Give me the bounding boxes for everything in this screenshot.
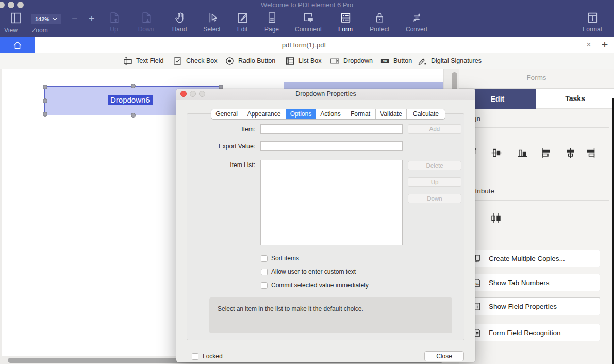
export-value-label: Export Value: <box>176 143 255 150</box>
radio-button-label: Radio Button <box>238 57 275 64</box>
tab-options[interactable]: Options <box>286 109 316 119</box>
format-panel-button[interactable]: Format <box>576 11 609 33</box>
select-tool-button[interactable]: Select <box>195 11 228 33</box>
locked-label: Locked <box>203 353 223 360</box>
edit-mode-button[interactable]: Edit <box>226 11 259 33</box>
custom-text-label: Allow user to enter custom text <box>271 268 356 275</box>
zoom-out-button[interactable]: − <box>72 13 78 25</box>
tab-close-icon[interactable]: × <box>584 37 593 53</box>
check-box-tool[interactable]: Check Box <box>173 53 217 69</box>
create-multiple-copies-button[interactable]: Create Multiple Copies... <box>467 250 600 267</box>
zoom-level-select[interactable]: 142% <box>31 14 61 24</box>
convert-mode-button[interactable]: Convert <box>400 11 433 33</box>
align-vertical-center-button[interactable] <box>490 147 503 159</box>
locked-checkbox[interactable] <box>192 353 198 360</box>
convert-arrows-icon <box>410 11 423 25</box>
page-up-button[interactable]: Up <box>97 11 130 33</box>
up-button[interactable]: Up <box>408 177 461 187</box>
resize-handle-w[interactable] <box>43 98 47 103</box>
lock-icon <box>373 11 386 25</box>
form-grid-icon <box>339 11 352 25</box>
form-field-recognition-button[interactable]: Form Field Recognition <box>467 324 600 341</box>
new-tab-button[interactable]: + <box>599 37 611 53</box>
locked-checkbox-row: Locked <box>192 353 223 360</box>
text-field-icon <box>123 56 132 66</box>
page-down-label: Down <box>138 26 154 33</box>
distribute-horizontal-button[interactable] <box>490 212 502 224</box>
protect-mode-button[interactable]: Protect <box>363 11 396 33</box>
text-field-tool[interactable]: Text Field <box>123 53 164 69</box>
show-field-properties-label: Show Field Properties <box>489 303 557 310</box>
show-tab-numbers-button[interactable]: No Show Tab Numbers <box>467 274 600 291</box>
export-value-input[interactable] <box>260 141 403 151</box>
check-box-label: Check Box <box>186 57 217 64</box>
convert-label: Convert <box>406 26 427 33</box>
dialog-titlebar[interactable]: Dropdown Properties <box>176 89 475 100</box>
dialog-tab-control: General Appearance Options Actions Forma… <box>211 109 445 120</box>
page-down-button[interactable]: Down <box>129 11 162 33</box>
comment-mode-button[interactable]: Comment <box>292 11 325 33</box>
check-box-icon <box>173 56 182 66</box>
tab-general[interactable]: General <box>211 109 242 119</box>
button-tool[interactable]: OK Button <box>380 53 412 69</box>
page-icon <box>265 11 278 25</box>
resize-handle-s[interactable] <box>131 113 136 118</box>
button-label: Button <box>393 57 412 64</box>
form-field-recognition-label: Form Field Recognition <box>489 329 561 337</box>
digital-signatures-tool[interactable]: Digital Signatures <box>418 53 482 69</box>
down-button[interactable]: Down <box>408 194 461 203</box>
hand-tool-button[interactable]: Hand <box>163 11 196 33</box>
add-button[interactable]: Add <box>408 124 461 134</box>
document-tab-title[interactable]: pdf form(1).pdf <box>35 37 573 53</box>
resize-handle-nw[interactable] <box>43 85 47 89</box>
main-toolbar: Welcome to PDFelement 6 Pro View 142% Zo… <box>0 0 614 37</box>
format-info-icon <box>586 11 599 25</box>
protect-label: Protect <box>370 26 389 33</box>
commit-value-checkbox-row: Commit selected value immediately <box>261 282 369 289</box>
dropdown6-field-label: Dropdown6 <box>108 95 153 105</box>
tab-appearance[interactable]: Appearance <box>242 109 286 119</box>
radio-button-icon <box>225 56 235 66</box>
comment-label: Comment <box>295 26 322 33</box>
tab-tasks[interactable]: Tasks <box>536 89 614 109</box>
align-horizontal-center-button[interactable] <box>565 147 577 159</box>
dropdown-tool[interactable]: Dropdown <box>330 53 373 69</box>
item-label: Item: <box>176 126 255 133</box>
tab-validate[interactable]: Validate <box>375 109 406 119</box>
list-box-tool[interactable]: List Box <box>285 53 321 69</box>
dialog-title: Dropdown Properties <box>176 89 475 100</box>
signature-pen-icon <box>418 56 427 66</box>
resize-handle-sw[interactable] <box>43 112 47 117</box>
zoom-in-button[interactable]: + <box>89 13 95 25</box>
resize-handle-n[interactable] <box>131 84 136 88</box>
page-label: Page <box>264 26 279 33</box>
page-tools-button[interactable]: Page <box>255 11 288 33</box>
page-down-icon <box>140 11 153 25</box>
forms-panel: Forms Edit Tasks Align Distribute Create… <box>459 69 614 364</box>
align-right-button[interactable] <box>584 147 596 159</box>
form-mode-button[interactable]: Form <box>329 11 362 33</box>
delete-button[interactable]: Delete <box>408 161 461 170</box>
format-label: Format <box>583 26 602 33</box>
item-list-box[interactable] <box>260 160 403 245</box>
tab-actions[interactable]: Actions <box>316 109 345 119</box>
view-panes-icon <box>9 11 22 25</box>
custom-text-checkbox[interactable] <box>261 269 268 275</box>
show-field-properties-button[interactable]: Show Field Properties <box>467 297 600 315</box>
panel-title: Forms <box>459 74 614 81</box>
home-tab[interactable] <box>0 37 35 53</box>
view-button[interactable] <box>0 11 32 25</box>
tab-calculate[interactable]: Calculate <box>406 109 445 119</box>
close-button[interactable]: Close <box>424 351 464 361</box>
commit-value-checkbox[interactable] <box>261 282 268 289</box>
radio-button-tool[interactable]: Radio Button <box>225 53 275 69</box>
dropdown-properties-dialog: Dropdown Properties General Appearance O… <box>176 89 475 362</box>
sort-items-checkbox[interactable] <box>261 255 268 262</box>
panel-tabs: Edit Tasks <box>459 89 614 109</box>
push-button-icon: OK <box>380 56 390 66</box>
tab-format[interactable]: Format <box>345 109 375 119</box>
align-bottom-button[interactable] <box>516 147 528 159</box>
align-left-button[interactable] <box>541 147 553 159</box>
item-input[interactable] <box>260 124 403 134</box>
custom-text-checkbox-row: Allow user to enter custom text <box>261 268 356 275</box>
